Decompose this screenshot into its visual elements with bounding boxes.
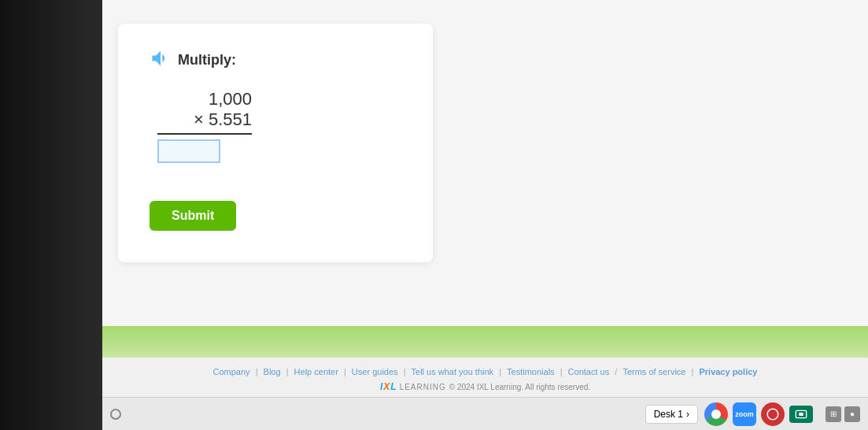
ixl-learning-text: LEARNING	[400, 383, 446, 391]
footer-separator-3: |	[344, 367, 349, 376]
footer-separator-1: |	[256, 367, 260, 376]
footer-separator-4: |	[404, 367, 408, 376]
footer-separator-2: |	[286, 367, 291, 376]
red-app-icon[interactable]	[761, 402, 785, 426]
problem-title-text: Multiply:	[178, 52, 236, 69]
footer-link-guides[interactable]: User guides	[352, 367, 398, 376]
copyright-text: © 2024 IXL Learning. All rights reserved…	[449, 383, 590, 391]
svg-rect-1	[799, 413, 803, 416]
ixl-logo-x: X	[383, 381, 390, 392]
speaker-icon[interactable]	[150, 47, 172, 73]
footer-separator-8: |	[692, 367, 696, 376]
footer-link-blog[interactable]: Blog	[264, 367, 281, 376]
submit-button-container: Submit	[150, 179, 401, 231]
footer-separator-5: |	[499, 367, 504, 376]
footer: Company | Blog | Help center | User guid…	[102, 358, 868, 397]
submit-button[interactable]: Submit	[150, 201, 236, 231]
ixl-logo-i: I	[380, 381, 382, 392]
taskbar-corner-icon-1[interactable]: ⊞	[826, 406, 841, 422]
footer-link-testimonials[interactable]: Testimonials	[507, 367, 555, 376]
ixl-logo: IXL	[380, 381, 397, 392]
footer-separator-7: /	[615, 367, 619, 376]
taskbar-icons: zoom	[704, 402, 813, 426]
bezel-left	[0, 0, 102, 430]
footer-brand: IXL LEARNING © 2024 IXL Learning. All ri…	[118, 381, 852, 392]
taskbar-circle	[110, 409, 121, 420]
math-display: 1,000 × 5.551	[157, 89, 401, 163]
desk-label: Desk 1	[654, 409, 683, 420]
chevron-right-icon: ›	[686, 409, 689, 420]
footer-link-feedback[interactable]: Tell us what you think	[412, 367, 494, 376]
screen: Multiply: 1,000 × 5.551 Submit Company |…	[102, 0, 868, 430]
content-area: Multiply: 1,000 × 5.551 Submit	[102, 0, 868, 326]
footer-separator-6: |	[560, 367, 565, 376]
green-band	[102, 326, 868, 358]
footer-link-terms[interactable]: Terms of service	[622, 367, 685, 376]
footer-link-company[interactable]: Company	[213, 367, 250, 376]
math-operator: × 5.551	[157, 109, 252, 135]
green-app-icon[interactable]	[789, 406, 813, 423]
desk-tab[interactable]: Desk 1 ›	[645, 405, 698, 424]
math-number1: 1,000	[157, 89, 252, 109]
taskbar-corner-icon-2[interactable]: ●	[844, 406, 860, 422]
footer-link-contact[interactable]: Contact us	[568, 367, 610, 376]
taskbar-right-icons: ⊞ ●	[826, 406, 860, 422]
footer-link-privacy[interactable]: Privacy policy	[699, 367, 757, 376]
zoom-icon[interactable]: zoom	[733, 402, 756, 426]
ixl-logo-l: L	[390, 381, 396, 392]
answer-input[interactable]	[157, 139, 220, 163]
chrome-icon[interactable]	[704, 402, 728, 426]
footer-link-help[interactable]: Help center	[294, 367, 338, 376]
problem-card: Multiply: 1,000 × 5.551 Submit	[118, 24, 433, 262]
footer-links: Company | Blog | Help center | User guid…	[118, 367, 852, 376]
problem-title: Multiply:	[150, 47, 401, 73]
taskbar: Desk 1 › zoom	[102, 397, 868, 430]
